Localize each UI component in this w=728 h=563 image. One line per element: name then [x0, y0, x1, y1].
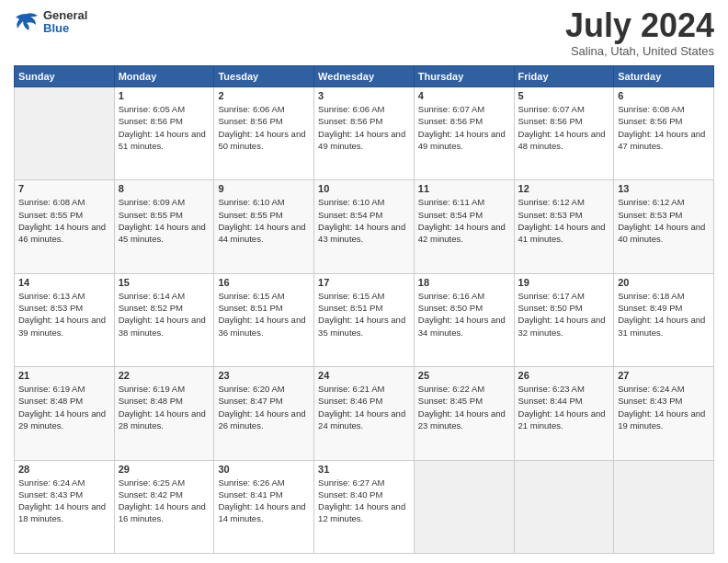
- calendar-cell: 4Sunrise: 6:07 AM Sunset: 8:56 PM Daylig…: [414, 87, 514, 180]
- title-block: July 2024 Salina, Utah, United States: [565, 9, 714, 58]
- calendar-cell: 13Sunrise: 6:12 AM Sunset: 8:53 PM Dayli…: [614, 180, 714, 273]
- day-info: Sunrise: 6:17 AM Sunset: 8:50 PM Dayligh…: [518, 290, 610, 339]
- day-number: 6: [618, 90, 710, 101]
- day-number: 24: [318, 370, 410, 381]
- day-number: 27: [618, 370, 710, 381]
- day-number: 2: [218, 90, 310, 101]
- day-info: Sunrise: 6:24 AM Sunset: 8:43 PM Dayligh…: [18, 477, 110, 525]
- calendar-header-saturday: Saturday: [614, 66, 714, 87]
- day-info: Sunrise: 6:25 AM Sunset: 8:42 PM Dayligh…: [119, 477, 210, 525]
- calendar-cell: 18Sunrise: 6:16 AM Sunset: 8:50 PM Dayli…: [414, 273, 514, 366]
- calendar-cell: [15, 87, 115, 180]
- day-number: 9: [218, 183, 310, 194]
- calendar-header-tuesday: Tuesday: [214, 66, 314, 87]
- day-info: Sunrise: 6:26 AM Sunset: 8:41 PM Dayligh…: [218, 477, 310, 525]
- day-info: Sunrise: 6:15 AM Sunset: 8:51 PM Dayligh…: [218, 290, 310, 339]
- day-number: 19: [518, 277, 610, 288]
- calendar-cell: 31Sunrise: 6:27 AM Sunset: 8:40 PM Dayli…: [314, 460, 415, 553]
- day-number: 26: [518, 370, 610, 381]
- day-info: Sunrise: 6:07 AM Sunset: 8:56 PM Dayligh…: [518, 103, 610, 152]
- calendar-title: July 2024: [565, 9, 714, 42]
- day-number: 14: [18, 277, 110, 288]
- day-info: Sunrise: 6:23 AM Sunset: 8:44 PM Dayligh…: [518, 383, 610, 431]
- day-number: 3: [318, 90, 410, 101]
- calendar-cell: 8Sunrise: 6:09 AM Sunset: 8:55 PM Daylig…: [114, 180, 214, 273]
- day-number: 1: [119, 90, 210, 101]
- calendar-header-row: SundayMondayTuesdayWednesdayThursdayFrid…: [15, 66, 714, 87]
- calendar-week-1: 7Sunrise: 6:08 AM Sunset: 8:55 PM Daylig…: [15, 180, 714, 273]
- day-number: 18: [418, 277, 510, 288]
- calendar-week-0: 1Sunrise: 6:05 AM Sunset: 8:56 PM Daylig…: [15, 87, 714, 180]
- calendar-cell: 17Sunrise: 6:15 AM Sunset: 8:51 PM Dayli…: [314, 273, 415, 366]
- day-info: Sunrise: 6:09 AM Sunset: 8:55 PM Dayligh…: [119, 196, 210, 245]
- calendar-cell: 25Sunrise: 6:22 AM Sunset: 8:45 PM Dayli…: [414, 367, 514, 460]
- calendar-cell: 27Sunrise: 6:24 AM Sunset: 8:43 PM Dayli…: [614, 367, 714, 460]
- logo-general-text: General: [43, 9, 87, 22]
- day-info: Sunrise: 6:06 AM Sunset: 8:56 PM Dayligh…: [218, 103, 310, 152]
- day-number: 29: [119, 464, 210, 475]
- calendar-week-4: 28Sunrise: 6:24 AM Sunset: 8:43 PM Dayli…: [15, 460, 714, 553]
- day-info: Sunrise: 6:24 AM Sunset: 8:43 PM Dayligh…: [618, 383, 710, 431]
- day-number: 11: [418, 183, 510, 194]
- day-info: Sunrise: 6:11 AM Sunset: 8:54 PM Dayligh…: [418, 196, 510, 245]
- calendar-header-monday: Monday: [114, 66, 214, 87]
- day-info: Sunrise: 6:22 AM Sunset: 8:45 PM Dayligh…: [418, 383, 510, 431]
- day-info: Sunrise: 6:14 AM Sunset: 8:52 PM Dayligh…: [119, 290, 210, 339]
- calendar-cell: 7Sunrise: 6:08 AM Sunset: 8:55 PM Daylig…: [15, 180, 115, 273]
- calendar-cell: 30Sunrise: 6:26 AM Sunset: 8:41 PM Dayli…: [214, 460, 314, 553]
- calendar-cell: 20Sunrise: 6:18 AM Sunset: 8:49 PM Dayli…: [614, 273, 714, 366]
- day-number: 25: [418, 370, 510, 381]
- day-number: 21: [18, 370, 110, 381]
- calendar-cell: 23Sunrise: 6:20 AM Sunset: 8:47 PM Dayli…: [214, 367, 314, 460]
- day-info: Sunrise: 6:12 AM Sunset: 8:53 PM Dayligh…: [518, 196, 610, 245]
- header: General Blue July 2024 Salina, Utah, Uni…: [14, 9, 714, 58]
- calendar-cell: [614, 460, 714, 553]
- calendar-cell: 3Sunrise: 6:06 AM Sunset: 8:56 PM Daylig…: [314, 87, 415, 180]
- day-number: 22: [119, 370, 210, 381]
- day-info: Sunrise: 6:10 AM Sunset: 8:54 PM Dayligh…: [318, 196, 410, 245]
- day-number: 30: [218, 464, 310, 475]
- day-info: Sunrise: 6:16 AM Sunset: 8:50 PM Dayligh…: [418, 290, 510, 339]
- calendar-cell: 26Sunrise: 6:23 AM Sunset: 8:44 PM Dayli…: [514, 367, 614, 460]
- page: General Blue July 2024 Salina, Utah, Uni…: [0, 0, 728, 563]
- calendar-table: SundayMondayTuesdayWednesdayThursdayFrid…: [14, 65, 714, 554]
- logo: General Blue: [14, 9, 87, 36]
- day-info: Sunrise: 6:06 AM Sunset: 8:56 PM Dayligh…: [318, 103, 410, 152]
- day-info: Sunrise: 6:08 AM Sunset: 8:56 PM Dayligh…: [618, 103, 710, 152]
- day-number: 7: [18, 183, 110, 194]
- day-info: Sunrise: 6:15 AM Sunset: 8:51 PM Dayligh…: [318, 290, 410, 339]
- day-number: 12: [518, 183, 610, 194]
- logo-blue-text: Blue: [43, 22, 87, 35]
- calendar-cell: 19Sunrise: 6:17 AM Sunset: 8:50 PM Dayli…: [514, 273, 614, 366]
- day-info: Sunrise: 6:13 AM Sunset: 8:53 PM Dayligh…: [18, 290, 110, 339]
- day-number: 20: [618, 277, 710, 288]
- calendar-cell: [514, 460, 614, 553]
- calendar-cell: 5Sunrise: 6:07 AM Sunset: 8:56 PM Daylig…: [514, 87, 614, 180]
- calendar-cell: 16Sunrise: 6:15 AM Sunset: 8:51 PM Dayli…: [214, 273, 314, 366]
- calendar-cell: 6Sunrise: 6:08 AM Sunset: 8:56 PM Daylig…: [614, 87, 714, 180]
- day-number: 31: [318, 464, 410, 475]
- calendar-cell: 10Sunrise: 6:10 AM Sunset: 8:54 PM Dayli…: [314, 180, 415, 273]
- day-number: 10: [318, 183, 410, 194]
- day-info: Sunrise: 6:07 AM Sunset: 8:56 PM Dayligh…: [418, 103, 510, 152]
- calendar-cell: 2Sunrise: 6:06 AM Sunset: 8:56 PM Daylig…: [214, 87, 314, 180]
- day-number: 23: [218, 370, 310, 381]
- logo-text: General Blue: [43, 9, 87, 36]
- day-info: Sunrise: 6:21 AM Sunset: 8:46 PM Dayligh…: [318, 383, 410, 431]
- day-number: 16: [218, 277, 310, 288]
- day-info: Sunrise: 6:05 AM Sunset: 8:56 PM Dayligh…: [119, 103, 210, 152]
- day-number: 15: [119, 277, 210, 288]
- day-number: 5: [518, 90, 610, 101]
- calendar-cell: 11Sunrise: 6:11 AM Sunset: 8:54 PM Dayli…: [414, 180, 514, 273]
- day-number: 17: [318, 277, 410, 288]
- day-number: 13: [618, 183, 710, 194]
- day-info: Sunrise: 6:20 AM Sunset: 8:47 PM Dayligh…: [218, 383, 310, 431]
- calendar-week-2: 14Sunrise: 6:13 AM Sunset: 8:53 PM Dayli…: [15, 273, 714, 366]
- calendar-location: Salina, Utah, United States: [565, 44, 714, 58]
- calendar-cell: 21Sunrise: 6:19 AM Sunset: 8:48 PM Dayli…: [15, 367, 115, 460]
- calendar-header-wednesday: Wednesday: [314, 66, 415, 87]
- day-info: Sunrise: 6:10 AM Sunset: 8:55 PM Dayligh…: [218, 196, 310, 245]
- calendar-cell: 9Sunrise: 6:10 AM Sunset: 8:55 PM Daylig…: [214, 180, 314, 273]
- calendar-week-3: 21Sunrise: 6:19 AM Sunset: 8:48 PM Dayli…: [15, 367, 714, 460]
- calendar-cell: 28Sunrise: 6:24 AM Sunset: 8:43 PM Dayli…: [15, 460, 115, 553]
